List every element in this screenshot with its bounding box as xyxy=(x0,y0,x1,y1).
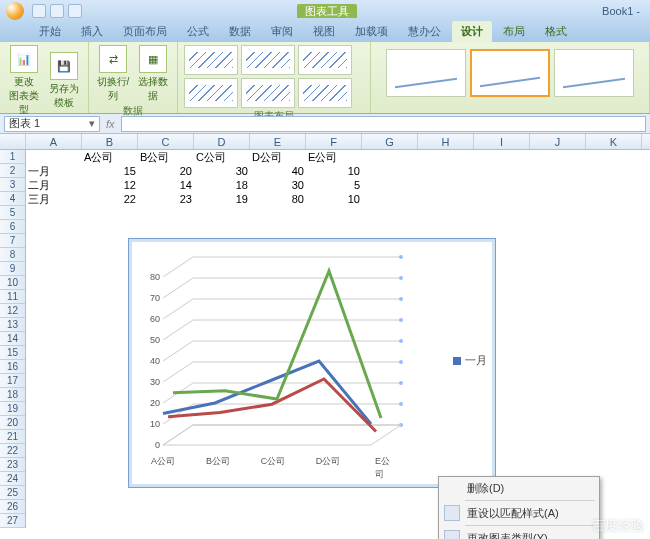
cell[interactable]: 30 xyxy=(250,178,306,192)
row-header[interactable]: 22 xyxy=(0,444,25,458)
layout-thumb[interactable] xyxy=(298,78,352,108)
cell[interactable]: 14 xyxy=(138,178,194,192)
tab-慧办公[interactable]: 慧办公 xyxy=(399,21,450,42)
cell[interactable]: 40 xyxy=(250,164,306,178)
cell[interactable]: 30 xyxy=(194,164,250,178)
change-chart-type-button[interactable]: 📊更改 图表类型 xyxy=(6,45,42,117)
row-header[interactable]: 4 xyxy=(0,192,25,206)
row-header[interactable]: 15 xyxy=(0,346,25,360)
cell[interactable]: 15 xyxy=(82,164,138,178)
chart-plot-area[interactable] xyxy=(163,257,463,407)
cell[interactable]: 二月 xyxy=(26,178,82,192)
row-header[interactable]: 17 xyxy=(0,374,25,388)
tab-布局[interactable]: 布局 xyxy=(494,21,534,42)
office-button[interactable] xyxy=(6,2,24,20)
select-all-corner[interactable] xyxy=(0,134,26,149)
switch-row-col-button[interactable]: ⇄切换行/列 xyxy=(95,45,131,103)
row-header[interactable]: 27 xyxy=(0,514,25,528)
row-header[interactable]: 9 xyxy=(0,262,25,276)
row-header[interactable]: 23 xyxy=(0,458,25,472)
qat-redo-icon[interactable] xyxy=(68,4,82,18)
cell[interactable]: 5 xyxy=(306,178,362,192)
dropdown-icon[interactable]: ▾ xyxy=(89,117,95,130)
cell[interactable]: C公司 xyxy=(194,150,250,164)
cell[interactable]: 20 xyxy=(138,164,194,178)
row-header[interactable]: 25 xyxy=(0,486,25,500)
chart-styles-gallery[interactable] xyxy=(386,45,634,100)
row-header[interactable]: 20 xyxy=(0,416,25,430)
tab-数据[interactable]: 数据 xyxy=(220,21,260,42)
tab-开始[interactable]: 开始 xyxy=(30,21,70,42)
tab-加载项[interactable]: 加载项 xyxy=(346,21,397,42)
name-box[interactable]: 图表 1▾ xyxy=(4,116,100,132)
row-header[interactable]: 26 xyxy=(0,500,25,514)
qat-save-icon[interactable] xyxy=(32,4,46,18)
col-header[interactable]: C xyxy=(138,134,194,149)
menu-item[interactable]: 删除(D) xyxy=(439,477,599,499)
style-thumb[interactable] xyxy=(554,49,634,97)
cell[interactable]: A公司 xyxy=(82,150,138,164)
worksheet[interactable]: ABCDEFGHIJK 1234567891011121314151617181… xyxy=(0,134,650,539)
chart-legend[interactable]: 一月 xyxy=(453,353,487,368)
col-header[interactable]: A xyxy=(26,134,82,149)
cell[interactable]: 19 xyxy=(194,192,250,206)
row-header[interactable]: 3 xyxy=(0,178,25,192)
cell[interactable]: 一月 xyxy=(26,164,82,178)
tab-页面布局[interactable]: 页面布局 xyxy=(114,21,176,42)
cell[interactable]: 10 xyxy=(306,164,362,178)
menu-item[interactable]: 重设以匹配样式(A) xyxy=(439,502,599,524)
cell[interactable]: 80 xyxy=(250,192,306,206)
layout-thumb[interactable] xyxy=(241,78,295,108)
layout-thumb[interactable] xyxy=(241,45,295,75)
layout-thumb[interactable] xyxy=(184,45,238,75)
row-header[interactable]: 18 xyxy=(0,388,25,402)
tab-审阅[interactable]: 审阅 xyxy=(262,21,302,42)
col-header[interactable]: B xyxy=(82,134,138,149)
tab-设计[interactable]: 设计 xyxy=(452,21,492,42)
row-header[interactable]: 13 xyxy=(0,318,25,332)
style-thumb[interactable] xyxy=(386,49,466,97)
qat-undo-icon[interactable] xyxy=(50,4,64,18)
layout-thumb[interactable] xyxy=(184,78,238,108)
cell[interactable]: 18 xyxy=(194,178,250,192)
row-header[interactable]: 8 xyxy=(0,248,25,262)
menu-item[interactable]: 更改图表类型(Y)... xyxy=(439,527,599,539)
tab-插入[interactable]: 插入 xyxy=(72,21,112,42)
cell[interactable]: 22 xyxy=(82,192,138,206)
row-header[interactable]: 21 xyxy=(0,430,25,444)
col-header[interactable]: D xyxy=(194,134,250,149)
tab-格式[interactable]: 格式 xyxy=(536,21,576,42)
fx-icon[interactable]: fx xyxy=(106,118,115,130)
cell[interactable]: 23 xyxy=(138,192,194,206)
col-header[interactable]: H xyxy=(418,134,474,149)
row-header[interactable]: 7 xyxy=(0,234,25,248)
row-header[interactable]: 5 xyxy=(0,206,25,220)
cell[interactable]: B公司 xyxy=(138,150,194,164)
cell[interactable]: 12 xyxy=(82,178,138,192)
col-header[interactable]: F xyxy=(306,134,362,149)
row-header[interactable]: 10 xyxy=(0,276,25,290)
row-header[interactable]: 1 xyxy=(0,150,25,164)
cell[interactable]: 三月 xyxy=(26,192,82,206)
row-header[interactable]: 6 xyxy=(0,220,25,234)
col-header[interactable]: E xyxy=(250,134,306,149)
col-header[interactable]: I xyxy=(474,134,530,149)
col-header[interactable]: J xyxy=(530,134,586,149)
select-data-button[interactable]: ▦选择数据 xyxy=(135,45,171,103)
col-header[interactable]: G xyxy=(362,134,418,149)
row-header[interactable]: 12 xyxy=(0,304,25,318)
cell[interactable]: 10 xyxy=(306,192,362,206)
chart-layout-gallery[interactable] xyxy=(184,45,364,108)
row-header[interactable]: 24 xyxy=(0,472,25,486)
formula-input[interactable] xyxy=(121,116,646,132)
tab-公式[interactable]: 公式 xyxy=(178,21,218,42)
cell[interactable]: E公司 xyxy=(306,150,362,164)
cell[interactable]: D公司 xyxy=(250,150,306,164)
save-template-button[interactable]: 💾另存为 模板 xyxy=(46,52,82,110)
style-thumb[interactable] xyxy=(470,49,550,97)
row-header[interactable]: 14 xyxy=(0,332,25,346)
tab-视图[interactable]: 视图 xyxy=(304,21,344,42)
row-header[interactable]: 11 xyxy=(0,290,25,304)
col-header[interactable]: K xyxy=(586,134,642,149)
embedded-chart[interactable]: 01020304050607080A公司B公司C公司D公司E公司 一月 xyxy=(128,238,496,488)
